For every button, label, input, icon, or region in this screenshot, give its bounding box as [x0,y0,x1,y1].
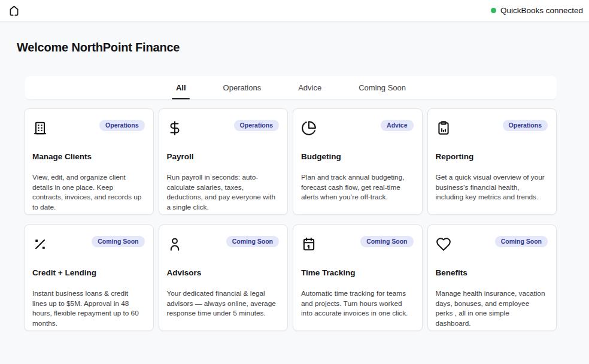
calendar-icon [301,236,317,252]
card-title: Benefits [436,268,548,277]
card-description: Get a quick visual overview of your busi… [436,172,548,202]
category-tabs: All Operations Advice Coming Soon [25,76,557,100]
building-icon [32,120,48,136]
home-icon [8,4,20,17]
card-description: Instant business loans & credit lines up… [32,289,145,328]
card-manage-clients[interactable]: Operations Manage Clients View, edit, an… [24,108,154,215]
card-description: Plan and track annual budgeting, forecas… [301,172,414,202]
card-description: Run payroll in seconds: auto-calculate s… [167,172,280,212]
pie-chart-icon [301,120,317,136]
card-description: View, edit, and organize client details … [32,172,145,212]
top-bar: QuickBooks connected [0,0,589,22]
tab-advice[interactable]: Advice [297,81,323,95]
card-badge: Coming Soon [360,236,413,247]
card-title: Time Tracking [301,268,414,277]
quickbooks-status: QuickBooks connected [491,6,584,15]
card-title: Reporting [436,152,548,161]
card-badge: Advice [381,120,413,131]
card-title: Advisors [167,268,280,277]
card-budgeting[interactable]: Advice Budgeting Plan and track annual b… [293,108,423,215]
card-description: Your dedicated financial & legal advisor… [167,289,280,318]
card-benefits[interactable]: Coming Soon Benefits Manage health insur… [427,225,557,331]
card-time-tracking[interactable]: Coming Soon Time Tracking Automatic time… [293,225,423,331]
home-button[interactable] [6,3,22,19]
card-advisors[interactable]: Coming Soon Advisors Your dedicated fina… [159,225,289,331]
page-title: Welcome NorthPoint Finance [17,41,589,54]
percent-icon [32,236,48,252]
card-description: Automatic time tracking for teams and pr… [301,289,414,318]
card-description: Manage health insurance, vacation days, … [436,289,548,328]
card-title: Manage Clients [32,152,145,161]
tab-coming-soon[interactable]: Coming Soon [357,81,407,95]
clipboard-chart-icon [436,120,451,136]
card-badge: Coming Soon [92,236,144,247]
card-badge: Operations [503,120,548,131]
card-title: Credit + Lending [32,268,145,277]
card-credit-lending[interactable]: Coming Soon Credit + Lending Instant bus… [24,225,154,331]
card-badge: Operations [234,120,279,131]
card-payroll[interactable]: Operations Payroll Run payroll in second… [159,108,289,215]
card-badge: Operations [99,120,144,131]
quickbooks-status-label: QuickBooks connected [500,6,583,15]
tab-all[interactable]: All [175,81,187,95]
card-title: Payroll [167,152,280,161]
card-badge: Coming Soon [495,236,548,247]
status-dot-icon [491,8,496,13]
card-badge: Coming Soon [226,236,279,247]
user-icon [167,236,183,252]
heart-icon [436,236,451,252]
feature-card-grid: Operations Manage Clients View, edit, an… [24,108,557,331]
card-title: Budgeting [301,152,414,161]
dollar-icon [167,120,183,136]
tab-operations[interactable]: Operations [222,81,263,95]
card-reporting[interactable]: Operations Reporting Get a quick visual … [427,108,557,215]
